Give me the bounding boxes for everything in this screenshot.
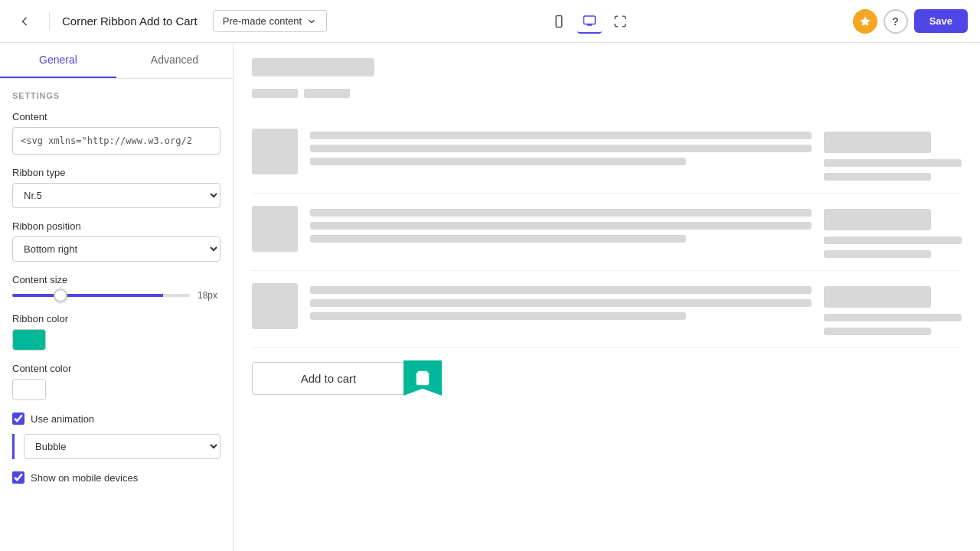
ribbon-badge xyxy=(403,360,442,396)
view-icons-group xyxy=(547,9,632,34)
mobile-view-button[interactable] xyxy=(547,9,571,34)
help-button[interactable]: ? xyxy=(884,9,908,34)
content-group: Content xyxy=(12,111,220,155)
topbar-actions: ? Save xyxy=(853,9,968,34)
product-side-col xyxy=(824,129,962,181)
use-animation-label: Use animation xyxy=(31,413,94,425)
table-row xyxy=(252,194,962,271)
content-size-slider[interactable] xyxy=(12,294,190,297)
content-size-value: 18px xyxy=(198,290,220,301)
product-side-col xyxy=(824,206,962,258)
table-row xyxy=(252,116,962,194)
preview-area: Add to cart xyxy=(234,43,980,551)
product-lines xyxy=(310,206,812,243)
slider-row: 18px xyxy=(12,290,220,301)
content-color-swatch[interactable] xyxy=(12,379,46,400)
main-layout: General Advanced SETTINGS Content Ribbon… xyxy=(0,43,980,551)
favorite-button[interactable] xyxy=(853,9,877,34)
product-thumb xyxy=(252,129,298,174)
sidebar-tabs: General Advanced xyxy=(0,43,233,79)
ribbon-position-select[interactable]: Top left Top right Bottom left Bottom ri… xyxy=(12,236,220,262)
skeleton-tab-2 xyxy=(304,89,350,98)
ribbon-type-label: Ribbon type xyxy=(12,167,220,178)
settings-section-label: SETTINGS xyxy=(12,91,220,100)
content-input[interactable] xyxy=(12,127,220,155)
ribbon-color-group: Ribbon color xyxy=(12,313,220,350)
ribbon-type-select[interactable]: Nr.1 Nr.2 Nr.3 Nr.4 Nr.5 xyxy=(12,183,220,208)
table-row xyxy=(252,271,962,348)
fullscreen-view-button[interactable] xyxy=(608,9,632,34)
topbar-divider xyxy=(49,12,50,31)
ribbon-color-swatch[interactable] xyxy=(12,329,46,350)
premade-label: Pre-made content xyxy=(223,15,302,27)
product-lines xyxy=(310,129,812,165)
tab-advanced[interactable]: Advanced xyxy=(116,43,233,78)
save-button[interactable]: Save xyxy=(914,9,968,33)
skeleton-tab-1 xyxy=(252,89,298,98)
chevron-down-icon xyxy=(306,16,317,27)
content-color-group: Content color xyxy=(12,363,220,400)
ribbon-color-label: Ribbon color xyxy=(12,313,220,324)
show-mobile-row: Show on mobile devices xyxy=(12,471,220,484)
cart-area: Add to cart xyxy=(252,360,962,396)
desktop-view-button[interactable] xyxy=(577,9,602,34)
use-animation-row: Use animation xyxy=(12,412,220,425)
page-title: Corner Ribbon Add to Cart xyxy=(62,15,198,28)
sidebar-settings: SETTINGS Content Ribbon type Nr.1 Nr.2 N… xyxy=(0,79,233,505)
skeleton-tabs xyxy=(252,89,962,98)
use-animation-checkbox[interactable] xyxy=(12,412,24,425)
ribbon-position-label: Ribbon position xyxy=(12,220,220,232)
animation-type-select[interactable]: Bubble Shake Pulse Bounce xyxy=(24,434,220,459)
animation-type-group: Bubble Shake Pulse Bounce xyxy=(12,434,220,459)
sidebar: General Advanced SETTINGS Content Ribbon… xyxy=(0,43,234,551)
cart-icon xyxy=(414,370,431,386)
svg-rect-0 xyxy=(557,15,563,27)
product-side-col xyxy=(824,283,962,335)
premade-content-button[interactable]: Pre-made content xyxy=(213,10,327,32)
skeleton-title xyxy=(252,58,374,77)
content-size-label: Content size xyxy=(12,274,220,285)
ribbon-type-group: Ribbon type Nr.1 Nr.2 Nr.3 Nr.4 Nr.5 xyxy=(12,167,220,208)
product-list xyxy=(252,116,962,348)
back-button[interactable] xyxy=(12,9,37,34)
show-mobile-checkbox[interactable] xyxy=(12,471,24,484)
product-thumb xyxy=(252,206,298,252)
add-to-cart-button[interactable]: Add to cart xyxy=(252,362,405,395)
product-lines xyxy=(310,283,812,320)
content-color-label: Content color xyxy=(12,363,220,374)
topbar: Corner Ribbon Add to Cart Pre-made conte… xyxy=(0,0,980,43)
ribbon-position-group: Ribbon position Top left Top right Botto… xyxy=(12,220,220,262)
svg-rect-1 xyxy=(584,16,596,24)
add-to-cart-label: Add to cart xyxy=(301,372,357,385)
show-mobile-label: Show on mobile devices xyxy=(31,472,138,484)
content-size-group: Content size 18px xyxy=(12,274,220,301)
tab-general[interactable]: General xyxy=(0,43,116,78)
product-thumb xyxy=(252,283,298,329)
content-label: Content xyxy=(12,111,220,122)
